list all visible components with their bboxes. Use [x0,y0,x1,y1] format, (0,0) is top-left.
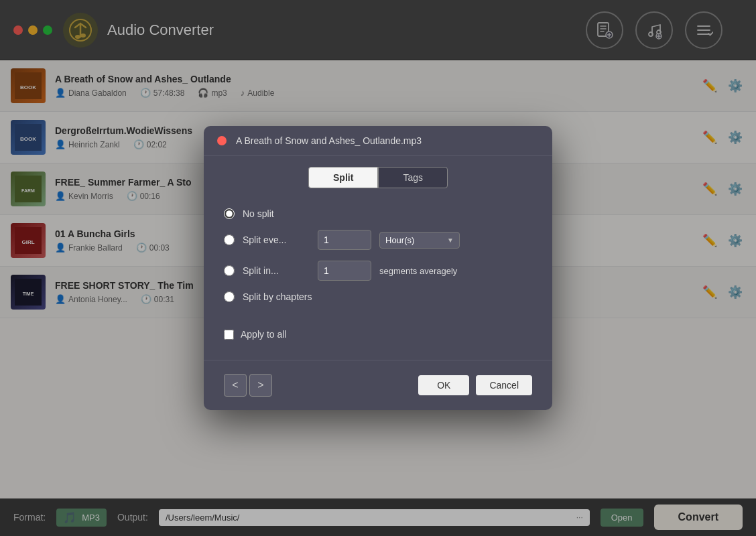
no-split-radio[interactable] [224,208,235,219]
unit-text: Hour(s) [385,235,414,245]
split-every-row: Split eve... ▲ ▼ Hour(s) ▼ [224,230,532,250]
split-every-label: Split eve... [243,234,310,245]
dialog-footer: < > OK Cancel [204,360,552,397]
split-every-spinner[interactable]: ▲ ▼ [318,230,371,250]
apply-to-all-label: Apply to all [241,329,286,340]
split-chapters-label: Split by chapters [243,291,312,302]
no-split-label: No split [243,208,310,219]
split-chapters-radio[interactable] [224,291,235,302]
next-button[interactable]: > [249,374,272,397]
apply-to-all-checkbox[interactable] [224,330,234,340]
tab-tags[interactable]: Tags [378,167,448,188]
split-chapters-row: Split by chapters [224,291,532,302]
unit-selector[interactable]: Hour(s) ▼ [379,232,460,249]
split-every-value[interactable] [318,232,371,248]
prev-button[interactable]: < [224,374,247,397]
no-split-row: No split [224,208,532,219]
split-in-spinner[interactable]: ▲ ▼ [318,261,371,281]
segments-label: segments averagely [379,266,457,276]
dialog-header: A Breath of Snow and Ashes_ Outlande.mp3 [204,126,552,156]
dialog-content: No split Split eve... ▲ ▼ Hour(s) [204,195,552,316]
apply-to-all-row: Apply to all [204,316,552,340]
split-in-radio[interactable] [224,265,235,276]
split-options: No split Split eve... ▲ ▼ Hour(s) [224,208,532,302]
ok-button[interactable]: OK [418,375,469,395]
split-dialog: A Breath of Snow and Ashes_ Outlande.mp3… [204,126,552,410]
tab-split[interactable]: Split [308,167,378,188]
nav-buttons: < > [224,374,272,397]
dialog-close-button[interactable] [217,136,227,145]
split-in-label: Split in... [243,265,310,276]
unit-dropdown-arrow: ▼ [447,237,454,244]
split-in-value[interactable] [318,263,371,279]
dialog-action-buttons: OK Cancel [418,375,532,395]
split-in-row: Split in... ▲ ▼ segments averagely [224,261,532,281]
dialog-title: A Breath of Snow and Ashes_ Outlande.mp3 [236,135,422,146]
dialog-tabs: Split Tags [204,156,552,195]
cancel-button[interactable]: Cancel [476,375,532,395]
dialog-overlay: A Breath of Snow and Ashes_ Outlande.mp3… [0,0,756,536]
split-every-radio[interactable] [224,234,235,245]
